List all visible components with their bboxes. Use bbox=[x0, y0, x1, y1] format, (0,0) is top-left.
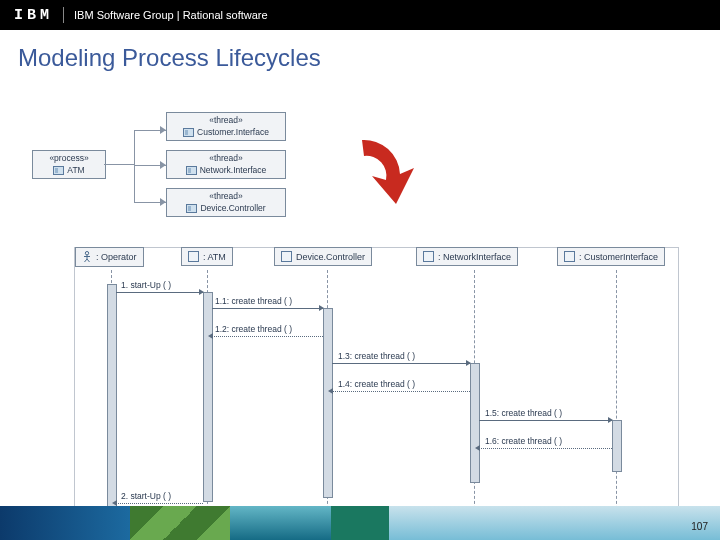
footer-stripe bbox=[331, 506, 389, 540]
msg-line bbox=[116, 503, 203, 504]
arrowhead-icon bbox=[160, 161, 166, 169]
msg-label: 1.2: create thread ( ) bbox=[215, 324, 292, 334]
classbox-thread-2: «thread» Device.Controller bbox=[166, 188, 286, 217]
object-icon bbox=[188, 251, 199, 262]
lifeline-head-networkinterface: : NetworkInterface bbox=[416, 247, 518, 266]
header-group-text: IBM Software Group | Rational software bbox=[74, 9, 268, 21]
msg-label: 1.3: create thread ( ) bbox=[338, 351, 415, 361]
object-icon bbox=[281, 251, 292, 262]
msg-line bbox=[479, 448, 612, 449]
class-name: ATM bbox=[67, 165, 84, 175]
msg-label: 1. start-Up ( ) bbox=[121, 280, 171, 290]
stereotype-label: «thread» bbox=[167, 151, 285, 164]
msg-line bbox=[479, 420, 612, 421]
arrowhead-icon bbox=[608, 417, 613, 423]
ibm-logo: IBM bbox=[14, 7, 53, 24]
class-icon bbox=[186, 166, 197, 175]
footer-stripe bbox=[230, 506, 331, 540]
activation bbox=[107, 284, 117, 514]
msg-label: 1.4: create thread ( ) bbox=[338, 379, 415, 389]
activation bbox=[612, 420, 622, 472]
msg-label: 2. start-Up ( ) bbox=[121, 491, 171, 501]
connector bbox=[134, 130, 135, 202]
arrowhead-icon bbox=[475, 445, 480, 451]
lifeline-label: : CustomerInterface bbox=[579, 252, 658, 262]
activation bbox=[203, 292, 213, 502]
stereotype-label: «thread» bbox=[167, 113, 285, 126]
arrowhead-icon bbox=[199, 289, 204, 295]
msg-line bbox=[332, 363, 470, 364]
object-icon bbox=[564, 251, 575, 262]
lifeline-head-customerinterface: : CustomerInterface bbox=[557, 247, 665, 266]
page-number: 107 bbox=[691, 521, 708, 532]
msg-label: 1.5: create thread ( ) bbox=[485, 408, 562, 418]
arrowhead-icon bbox=[319, 305, 324, 311]
stereotype-label: «thread» bbox=[167, 189, 285, 202]
footer-stripe bbox=[130, 506, 231, 540]
divider bbox=[63, 7, 64, 23]
slide-content: «process» ATM «thread» Customer.Interfac… bbox=[0, 82, 720, 522]
connector bbox=[104, 164, 134, 165]
msg-line bbox=[116, 292, 203, 293]
arrowhead-icon bbox=[466, 360, 471, 366]
red-arrow-icon bbox=[348, 132, 428, 202]
classbox-thread-1: «thread» Network.Interface bbox=[166, 150, 286, 179]
class-icon bbox=[186, 204, 197, 213]
class-name: Network.Interface bbox=[200, 165, 267, 175]
object-icon bbox=[423, 251, 434, 262]
svg-line-3 bbox=[85, 259, 88, 262]
msg-label: 1.6: create thread ( ) bbox=[485, 436, 562, 446]
lifeline-label: : ATM bbox=[203, 252, 226, 262]
arrowhead-icon bbox=[160, 198, 166, 206]
arrowhead-icon bbox=[208, 333, 213, 339]
footer-bar bbox=[0, 506, 720, 540]
arrowhead-icon bbox=[328, 388, 333, 394]
class-icon bbox=[53, 166, 64, 175]
msg-line bbox=[332, 391, 470, 392]
svg-line-4 bbox=[87, 259, 90, 262]
sequence-diagram: : Operator : ATM Device.Controller : Net… bbox=[74, 247, 679, 525]
activation bbox=[323, 308, 333, 498]
class-name: Device.Controller bbox=[200, 203, 265, 213]
stereotype-label: «process» bbox=[33, 151, 105, 164]
lifeline-head-operator: : Operator bbox=[75, 247, 144, 267]
activation bbox=[470, 363, 480, 483]
class-name: Customer.Interface bbox=[197, 127, 269, 137]
classbox-thread-0: «thread» Customer.Interface bbox=[166, 112, 286, 141]
footer-stripe bbox=[389, 506, 720, 540]
lifeline-head-devicecontroller: Device.Controller bbox=[274, 247, 372, 266]
class-icon bbox=[183, 128, 194, 137]
msg-label: 1.1: create thread ( ) bbox=[215, 296, 292, 306]
arrowhead-icon bbox=[160, 126, 166, 134]
lifeline bbox=[616, 270, 617, 524]
msg-line bbox=[212, 308, 323, 309]
svg-point-0 bbox=[85, 252, 88, 255]
header-bar: IBM IBM Software Group | Rational softwa… bbox=[0, 0, 720, 30]
lifeline-label: : Operator bbox=[96, 252, 137, 262]
lifeline-label: : NetworkInterface bbox=[438, 252, 511, 262]
footer-stripe bbox=[0, 506, 130, 540]
actor-icon bbox=[82, 251, 92, 263]
lifeline-label: Device.Controller bbox=[296, 252, 365, 262]
classbox-process: «process» ATM bbox=[32, 150, 106, 179]
lifeline-head-atm: : ATM bbox=[181, 247, 233, 266]
msg-line bbox=[212, 336, 323, 337]
page-title: Modeling Process Lifecycles bbox=[18, 44, 720, 72]
